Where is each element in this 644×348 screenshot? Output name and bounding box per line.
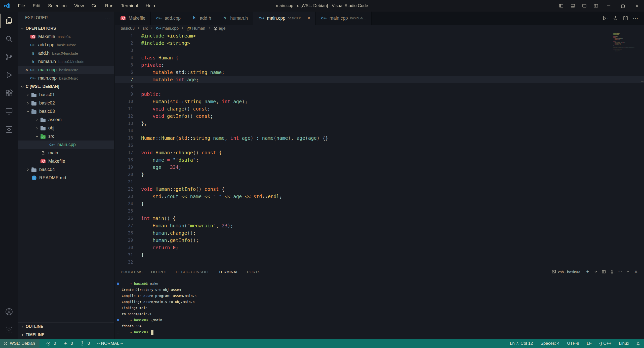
toggle-panel-icon[interactable] (567, 0, 579, 12)
code-line[interactable]: 25 (115, 207, 644, 215)
activity-explorer-icon[interactable] (0, 12, 18, 30)
code-line[interactable]: 4class Human { (115, 54, 644, 61)
maximize-button[interactable]: ▢ (616, 0, 630, 12)
minimize-button[interactable]: ─ (602, 0, 616, 12)
activity-settings-gear[interactable] (0, 321, 18, 339)
code-line[interactable]: 31} (115, 251, 644, 259)
code-line[interactable]: 17void Human::change() const { (115, 149, 644, 156)
open-editor-item[interactable]: ✕C++main.cppbasic03/src (18, 66, 114, 74)
activity-account[interactable] (0, 303, 18, 321)
code-line[interactable]: 3 (115, 47, 644, 54)
tree-item-assem[interactable]: assem (18, 116, 114, 124)
code-line[interactable]: 5private: (115, 61, 644, 69)
panel-tab-problems[interactable]: PROBLEMS (121, 266, 143, 277)
panel-tab-debug-console[interactable]: DEBUG CONSOLE (176, 266, 210, 277)
remote-indicator[interactable]: WSL: Debian (0, 339, 39, 348)
code-line[interactable]: 29 human.getInfo(); (115, 237, 644, 244)
code-line[interactable]: 26int main() { (115, 215, 644, 222)
customize-layout-icon[interactable] (590, 0, 602, 12)
run-button[interactable]: ⌄ (600, 12, 610, 25)
code-line[interactable]: 19 age = 334; (115, 164, 644, 171)
code-line[interactable]: 18 name = "fdsafa"; (115, 156, 644, 164)
code-line[interactable]: 30 return 0; (115, 244, 644, 251)
code-line[interactable]: 24} (115, 200, 644, 207)
tree-item-basic01[interactable]: basic01 (18, 91, 114, 99)
code-line[interactable]: 27 Human human("meowrain", 23); (115, 222, 644, 229)
open-editor-item[interactable]: C++main.cppbasic04/src (18, 74, 114, 82)
minimap[interactable] (613, 33, 640, 65)
menu-view[interactable]: View (70, 0, 88, 12)
breadcrumb-item-human[interactable]: Human (187, 26, 205, 31)
menu-terminal[interactable]: Terminal (117, 0, 142, 12)
open-editor-item[interactable]: C++add.cppbasic04/src (18, 41, 114, 49)
more-actions-icon[interactable]: ⋯ (630, 12, 640, 25)
gear-icon[interactable] (610, 12, 620, 25)
code-line[interactable]: 21 (115, 178, 644, 186)
activity-run-debug-icon[interactable] (0, 66, 18, 84)
activity-extensions-icon[interactable] (0, 84, 18, 102)
breadcrumb-item-age[interactable]: age (213, 26, 226, 31)
open-editor-item[interactable]: hadd.hbasic04/include (18, 49, 114, 57)
status-eol[interactable]: LF (587, 341, 592, 346)
code-line[interactable]: 6 mutable std::string name; (115, 69, 644, 76)
status-warning-icon[interactable]: 0 (63, 341, 73, 346)
terminal-shell-selector[interactable]: zsh - basic03 (552, 269, 580, 274)
tab-close-icon[interactable]: ✕ (307, 16, 310, 20)
code-line[interactable]: 20} (115, 171, 644, 178)
menu-file[interactable]: File (14, 0, 29, 12)
more-actions-icon[interactable]: ⋯ (616, 267, 624, 276)
tree-item-obj[interactable]: obj (18, 124, 114, 132)
activity-remote-explorer-icon[interactable] (0, 102, 18, 120)
open-editor-item[interactable]: hhuman.hbasic04/include (18, 57, 114, 66)
menu-edit[interactable]: Edit (29, 0, 44, 12)
breadcrumb-item-src[interactable]: src (143, 26, 148, 31)
workspace-header[interactable]: C [WSL: DEBIAN] (18, 82, 114, 91)
toggle-secondary-sidebar-icon[interactable] (579, 0, 590, 12)
status-error-icon[interactable]: 0 (46, 341, 56, 346)
status-cursor-position[interactable]: Ln 7, Col 12 (510, 341, 533, 346)
code-line[interactable]: 28 human.change(); (115, 229, 644, 237)
close-icon[interactable]: ✕ (24, 68, 30, 72)
code-line[interactable]: 32 (115, 259, 644, 266)
outline-section[interactable]: OUTLINE (18, 322, 114, 331)
activity-search-icon[interactable] (0, 30, 18, 48)
tab-human-h[interactable]: hhuman.h (216, 12, 253, 25)
activity-source-control-icon[interactable] (0, 48, 18, 66)
code-line[interactable]: 22void Human::getInfo() const { (115, 186, 644, 193)
activity-tools-icon[interactable] (0, 120, 18, 138)
close-panel-icon[interactable]: ✕ (632, 267, 640, 276)
menu-run[interactable]: Run (101, 0, 117, 12)
menu-go[interactable]: Go (88, 0, 101, 12)
code-line[interactable]: 13}; (115, 120, 644, 127)
breadcrumb-item-basic03[interactable]: basic03 (121, 26, 135, 31)
status-language-mode[interactable]: {} C++ (599, 341, 611, 346)
panel-tab-output[interactable]: OUTPUT (151, 266, 167, 277)
code-line[interactable]: 8 (115, 83, 644, 91)
status-radio-tower-icon[interactable]: 0 (80, 341, 90, 346)
tab-makefile[interactable]: Makefile (115, 12, 151, 25)
tree-item-main-cpp[interactable]: C++main.cpp (18, 141, 114, 149)
notifications-bell-icon[interactable] (636, 341, 640, 346)
status-encoding[interactable]: UTF-8 (567, 341, 579, 346)
panel-tab-terminal[interactable]: TERMINAL (219, 266, 238, 277)
tree-item-src[interactable]: src (18, 132, 114, 141)
tree-item-basic02[interactable]: basic02 (18, 99, 114, 107)
code-line[interactable]: 1#include <iostream> (115, 32, 644, 40)
kill-terminal-icon[interactable] (608, 267, 616, 276)
maximize-panel-icon[interactable] (624, 267, 632, 276)
new-terminal-icon[interactable]: + (584, 267, 592, 276)
code-line[interactable]: 7 mutable int age; (115, 76, 644, 83)
tab-main-cpp[interactable]: C++main.cppbasic03/...✕ (253, 12, 315, 25)
explorer-more-actions-icon[interactable]: ⋯ (105, 15, 110, 21)
code-line[interactable]: 10 Human(std::string name, int age); (115, 98, 644, 105)
tab-add-cpp[interactable]: C++add.cpp (151, 12, 186, 25)
tree-item-makefile[interactable]: Makefile (18, 157, 114, 165)
close-button[interactable]: ✕ (630, 0, 644, 12)
open-editors-header[interactable]: OPEN EDITORS (18, 24, 114, 32)
menu-help[interactable]: Help (142, 0, 159, 12)
timeline-section[interactable]: TIMELINE (18, 331, 114, 339)
terminal-dropdown-icon[interactable] (592, 267, 600, 276)
open-editor-item[interactable]: Makefilebasic04 (18, 32, 114, 41)
code-line[interactable]: 23 std::cout << name << " " << age << st… (115, 193, 644, 200)
split-terminal-icon[interactable] (600, 267, 608, 276)
